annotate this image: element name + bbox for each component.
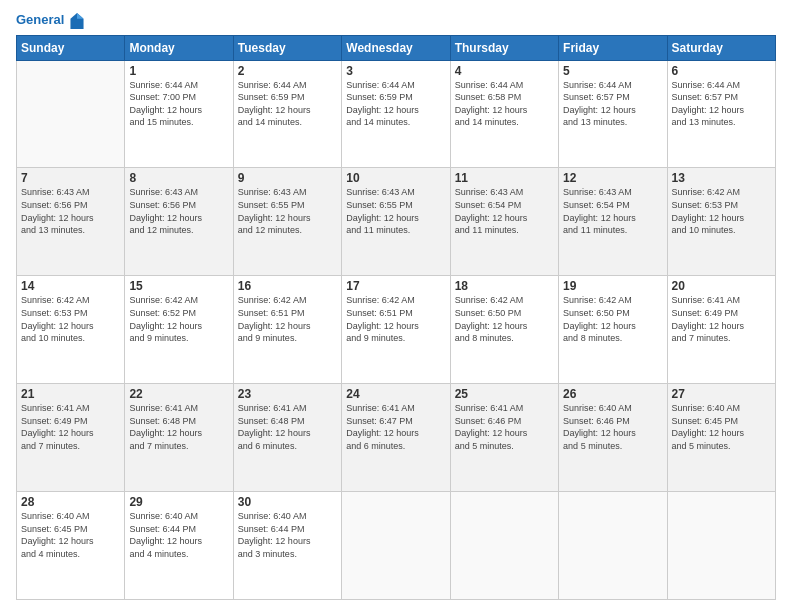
day-number: 20 <box>672 279 771 293</box>
day-number: 22 <box>129 387 228 401</box>
calendar-cell <box>667 492 775 600</box>
header: General <box>16 12 776 27</box>
calendar-cell: 25Sunrise: 6:41 AM Sunset: 6:46 PM Dayli… <box>450 384 558 492</box>
calendar-cell: 6Sunrise: 6:44 AM Sunset: 6:57 PM Daylig… <box>667 60 775 168</box>
calendar-cell: 15Sunrise: 6:42 AM Sunset: 6:52 PM Dayli… <box>125 276 233 384</box>
day-number: 3 <box>346 64 445 78</box>
day-number: 21 <box>21 387 120 401</box>
calendar-cell: 24Sunrise: 6:41 AM Sunset: 6:47 PM Dayli… <box>342 384 450 492</box>
calendar-cell: 13Sunrise: 6:42 AM Sunset: 6:53 PM Dayli… <box>667 168 775 276</box>
day-info: Sunrise: 6:41 AM Sunset: 6:49 PM Dayligh… <box>21 402 120 452</box>
day-info: Sunrise: 6:44 AM Sunset: 6:57 PM Dayligh… <box>563 79 662 129</box>
calendar-cell <box>559 492 667 600</box>
day-info: Sunrise: 6:43 AM Sunset: 6:54 PM Dayligh… <box>563 186 662 236</box>
calendar-cell: 1Sunrise: 6:44 AM Sunset: 7:00 PM Daylig… <box>125 60 233 168</box>
calendar-cell: 14Sunrise: 6:42 AM Sunset: 6:53 PM Dayli… <box>17 276 125 384</box>
day-info: Sunrise: 6:44 AM Sunset: 6:59 PM Dayligh… <box>238 79 337 129</box>
day-info: Sunrise: 6:40 AM Sunset: 6:46 PM Dayligh… <box>563 402 662 452</box>
day-info: Sunrise: 6:41 AM Sunset: 6:48 PM Dayligh… <box>129 402 228 452</box>
day-number: 10 <box>346 171 445 185</box>
day-number: 15 <box>129 279 228 293</box>
day-number: 8 <box>129 171 228 185</box>
day-number: 23 <box>238 387 337 401</box>
page: General SundayMondayTuesdayWednesdayThur… <box>0 0 792 612</box>
calendar-cell <box>450 492 558 600</box>
day-number: 5 <box>563 64 662 78</box>
day-number: 6 <box>672 64 771 78</box>
calendar-cell: 28Sunrise: 6:40 AM Sunset: 6:45 PM Dayli… <box>17 492 125 600</box>
calendar-cell: 17Sunrise: 6:42 AM Sunset: 6:51 PM Dayli… <box>342 276 450 384</box>
calendar-cell: 20Sunrise: 6:41 AM Sunset: 6:49 PM Dayli… <box>667 276 775 384</box>
calendar-cell: 26Sunrise: 6:40 AM Sunset: 6:46 PM Dayli… <box>559 384 667 492</box>
day-info: Sunrise: 6:42 AM Sunset: 6:51 PM Dayligh… <box>238 294 337 344</box>
calendar-cell: 29Sunrise: 6:40 AM Sunset: 6:44 PM Dayli… <box>125 492 233 600</box>
calendar-cell: 7Sunrise: 6:43 AM Sunset: 6:56 PM Daylig… <box>17 168 125 276</box>
calendar-cell: 22Sunrise: 6:41 AM Sunset: 6:48 PM Dayli… <box>125 384 233 492</box>
day-info: Sunrise: 6:43 AM Sunset: 6:55 PM Dayligh… <box>238 186 337 236</box>
day-info: Sunrise: 6:40 AM Sunset: 6:44 PM Dayligh… <box>129 510 228 560</box>
day-info: Sunrise: 6:41 AM Sunset: 6:48 PM Dayligh… <box>238 402 337 452</box>
day-number: 13 <box>672 171 771 185</box>
calendar-cell: 3Sunrise: 6:44 AM Sunset: 6:59 PM Daylig… <box>342 60 450 168</box>
weekday-header: Tuesday <box>233 35 341 60</box>
calendar-cell: 18Sunrise: 6:42 AM Sunset: 6:50 PM Dayli… <box>450 276 558 384</box>
calendar-cell: 5Sunrise: 6:44 AM Sunset: 6:57 PM Daylig… <box>559 60 667 168</box>
day-info: Sunrise: 6:44 AM Sunset: 7:00 PM Dayligh… <box>129 79 228 129</box>
day-number: 14 <box>21 279 120 293</box>
day-number: 25 <box>455 387 554 401</box>
day-number: 26 <box>563 387 662 401</box>
day-info: Sunrise: 6:42 AM Sunset: 6:51 PM Dayligh… <box>346 294 445 344</box>
day-number: 18 <box>455 279 554 293</box>
day-number: 9 <box>238 171 337 185</box>
day-number: 16 <box>238 279 337 293</box>
day-number: 24 <box>346 387 445 401</box>
day-number: 1 <box>129 64 228 78</box>
day-info: Sunrise: 6:43 AM Sunset: 6:54 PM Dayligh… <box>455 186 554 236</box>
calendar-cell: 19Sunrise: 6:42 AM Sunset: 6:50 PM Dayli… <box>559 276 667 384</box>
day-info: Sunrise: 6:40 AM Sunset: 6:44 PM Dayligh… <box>238 510 337 560</box>
day-info: Sunrise: 6:43 AM Sunset: 6:56 PM Dayligh… <box>129 186 228 236</box>
weekday-header: Wednesday <box>342 35 450 60</box>
weekday-header: Monday <box>125 35 233 60</box>
day-info: Sunrise: 6:44 AM Sunset: 6:59 PM Dayligh… <box>346 79 445 129</box>
day-number: 7 <box>21 171 120 185</box>
day-info: Sunrise: 6:40 AM Sunset: 6:45 PM Dayligh… <box>21 510 120 560</box>
calendar-cell: 11Sunrise: 6:43 AM Sunset: 6:54 PM Dayli… <box>450 168 558 276</box>
weekday-header: Saturday <box>667 35 775 60</box>
calendar-cell: 21Sunrise: 6:41 AM Sunset: 6:49 PM Dayli… <box>17 384 125 492</box>
day-number: 19 <box>563 279 662 293</box>
day-info: Sunrise: 6:42 AM Sunset: 6:53 PM Dayligh… <box>21 294 120 344</box>
calendar-cell: 30Sunrise: 6:40 AM Sunset: 6:44 PM Dayli… <box>233 492 341 600</box>
calendar-cell: 9Sunrise: 6:43 AM Sunset: 6:55 PM Daylig… <box>233 168 341 276</box>
day-info: Sunrise: 6:42 AM Sunset: 6:52 PM Dayligh… <box>129 294 228 344</box>
logo: General <box>16 12 84 27</box>
day-number: 17 <box>346 279 445 293</box>
weekday-header: Sunday <box>17 35 125 60</box>
calendar-cell: 12Sunrise: 6:43 AM Sunset: 6:54 PM Dayli… <box>559 168 667 276</box>
day-info: Sunrise: 6:41 AM Sunset: 6:47 PM Dayligh… <box>346 402 445 452</box>
calendar-table: SundayMondayTuesdayWednesdayThursdayFrid… <box>16 35 776 600</box>
calendar-cell: 16Sunrise: 6:42 AM Sunset: 6:51 PM Dayli… <box>233 276 341 384</box>
calendar-cell: 10Sunrise: 6:43 AM Sunset: 6:55 PM Dayli… <box>342 168 450 276</box>
day-info: Sunrise: 6:41 AM Sunset: 6:49 PM Dayligh… <box>672 294 771 344</box>
calendar-cell: 2Sunrise: 6:44 AM Sunset: 6:59 PM Daylig… <box>233 60 341 168</box>
day-info: Sunrise: 6:42 AM Sunset: 6:50 PM Dayligh… <box>563 294 662 344</box>
calendar-cell: 23Sunrise: 6:41 AM Sunset: 6:48 PM Dayli… <box>233 384 341 492</box>
day-number: 30 <box>238 495 337 509</box>
day-info: Sunrise: 6:43 AM Sunset: 6:56 PM Dayligh… <box>21 186 120 236</box>
calendar-cell <box>342 492 450 600</box>
calendar-cell: 8Sunrise: 6:43 AM Sunset: 6:56 PM Daylig… <box>125 168 233 276</box>
calendar-cell: 27Sunrise: 6:40 AM Sunset: 6:45 PM Dayli… <box>667 384 775 492</box>
day-info: Sunrise: 6:42 AM Sunset: 6:53 PM Dayligh… <box>672 186 771 236</box>
day-info: Sunrise: 6:40 AM Sunset: 6:45 PM Dayligh… <box>672 402 771 452</box>
day-info: Sunrise: 6:42 AM Sunset: 6:50 PM Dayligh… <box>455 294 554 344</box>
day-info: Sunrise: 6:41 AM Sunset: 6:46 PM Dayligh… <box>455 402 554 452</box>
calendar-cell <box>17 60 125 168</box>
weekday-header: Thursday <box>450 35 558 60</box>
day-number: 12 <box>563 171 662 185</box>
day-info: Sunrise: 6:44 AM Sunset: 6:58 PM Dayligh… <box>455 79 554 129</box>
day-info: Sunrise: 6:43 AM Sunset: 6:55 PM Dayligh… <box>346 186 445 236</box>
calendar-cell: 4Sunrise: 6:44 AM Sunset: 6:58 PM Daylig… <box>450 60 558 168</box>
day-number: 29 <box>129 495 228 509</box>
day-number: 27 <box>672 387 771 401</box>
